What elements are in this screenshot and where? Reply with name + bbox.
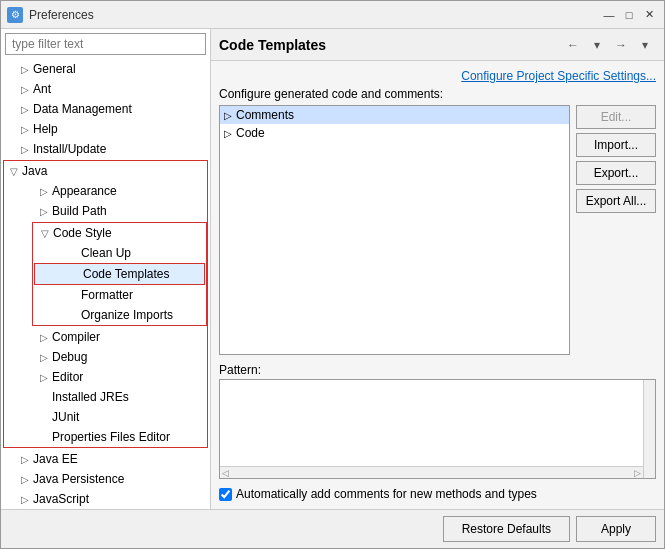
- panel-title: Code Templates: [219, 37, 326, 53]
- code-tree-section: ▷ Comments ▷ Code Edit... Import...: [219, 105, 656, 355]
- preferences-window: ⚙ Preferences — □ ✕ ▷ General ▷ Ant: [0, 0, 665, 549]
- sidebar-label-codestyle: Code Style: [53, 226, 112, 240]
- sidebar-item-general[interactable]: ▷ General: [1, 59, 210, 79]
- minimize-button[interactable]: —: [600, 6, 618, 24]
- restore-defaults-button[interactable]: Restore Defaults: [443, 516, 570, 542]
- sidebar-label-installupdate: Install/Update: [33, 142, 106, 156]
- right-content: Configure Project Specific Settings... C…: [211, 61, 664, 509]
- expand-arrow-javapersistence: ▷: [17, 471, 33, 487]
- expand-arrow-help: ▷: [17, 121, 33, 137]
- sidebar-item-compiler[interactable]: ▷ Compiler: [4, 327, 207, 347]
- pattern-label: Pattern:: [219, 363, 656, 377]
- sidebar-label-formatter: Formatter: [81, 288, 133, 302]
- sidebar-label-junit: JUnit: [52, 410, 79, 424]
- window-title: Preferences: [29, 8, 94, 22]
- sidebar-label-editor: Editor: [52, 370, 83, 384]
- sidebar-item-codetemplates[interactable]: Code Templates: [34, 263, 205, 285]
- sidebar-label-compiler: Compiler: [52, 330, 100, 344]
- expand-arrow-datamanagement: ▷: [17, 101, 33, 117]
- code-tree-item-comments[interactable]: ▷ Comments: [220, 106, 569, 124]
- apply-button[interactable]: Apply: [576, 516, 656, 542]
- configure-label: Configure generated code and comments:: [219, 87, 656, 101]
- sidebar-label-appearance: Appearance: [52, 184, 117, 198]
- code-tree-label-code: Code: [236, 126, 265, 140]
- sidebar-item-ant[interactable]: ▷ Ant: [1, 79, 210, 99]
- sidebar-label-buildpath: Build Path: [52, 204, 107, 218]
- sidebar-label-help: Help: [33, 122, 58, 136]
- sidebar-item-debug[interactable]: ▷ Debug: [4, 347, 207, 367]
- maximize-button[interactable]: □: [620, 6, 638, 24]
- expand-arrow-codestyle: ▽: [37, 225, 53, 241]
- sidebar-item-junit[interactable]: JUnit: [4, 407, 207, 427]
- sidebar-item-appearance[interactable]: ▷ Appearance: [4, 181, 207, 201]
- edit-button[interactable]: Edit...: [576, 105, 656, 129]
- action-buttons: Edit... Import... Export... Export All..…: [576, 105, 656, 355]
- auto-comment-row: Automatically add comments for new metho…: [219, 487, 656, 501]
- app-icon: ⚙: [7, 7, 23, 23]
- sidebar-label-ant: Ant: [33, 82, 51, 96]
- expand-arrow-javascript: ▷: [17, 491, 33, 507]
- sidebar-item-installedjres[interactable]: Installed JREs: [4, 387, 207, 407]
- sidebar-item-buildpath[interactable]: ▷ Build Path: [4, 201, 207, 221]
- expand-arrow-debug: ▷: [36, 349, 52, 365]
- window-controls: — □ ✕: [600, 6, 658, 24]
- export-button[interactable]: Export...: [576, 161, 656, 185]
- toolbar-icons: ← ▾ → ▾: [562, 34, 656, 56]
- configure-project-link[interactable]: Configure Project Specific Settings...: [219, 69, 656, 83]
- back-button[interactable]: ←: [562, 34, 584, 56]
- sidebar-label-javascript: JavaScript: [33, 492, 89, 506]
- import-button[interactable]: Import...: [576, 133, 656, 157]
- right-panel: Code Templates ← ▾ → ▾ Configure Project…: [211, 29, 664, 509]
- sidebar-item-help[interactable]: ▷ Help: [1, 119, 210, 139]
- pattern-textarea[interactable]: ◁ ▷: [219, 379, 656, 479]
- sidebar-item-cleanup[interactable]: Clean Up: [33, 243, 206, 263]
- expand-arrow-ant: ▷: [17, 81, 33, 97]
- export-all-button[interactable]: Export All...: [576, 189, 656, 213]
- sidebar-item-javaee[interactable]: ▷ Java EE: [1, 449, 210, 469]
- expand-arrow-editor: ▷: [36, 369, 52, 385]
- auto-comment-checkbox[interactable]: [219, 488, 232, 501]
- sidebar-item-java[interactable]: ▽ Java: [4, 161, 207, 181]
- title-bar-left: ⚙ Preferences: [7, 7, 94, 23]
- expand-arrow-code: ▷: [224, 128, 232, 139]
- close-button[interactable]: ✕: [640, 6, 658, 24]
- code-tree-label-comments: Comments: [236, 108, 294, 122]
- tree-container: ▷ General ▷ Ant ▷ Data Management ▷ Help: [1, 59, 210, 509]
- code-tree[interactable]: ▷ Comments ▷ Code: [219, 105, 570, 355]
- sidebar-label-javapersistence: Java Persistence: [33, 472, 124, 486]
- expand-arrow-appearance: ▷: [36, 183, 52, 199]
- pattern-scrollbar-vertical[interactable]: [643, 380, 655, 478]
- sidebar-label-debug: Debug: [52, 350, 87, 364]
- sidebar-label-general: General: [33, 62, 76, 76]
- sidebar-item-codestyle[interactable]: ▽ Code Style: [33, 223, 206, 243]
- sidebar-item-formatter[interactable]: Formatter: [33, 285, 206, 305]
- code-tree-item-code[interactable]: ▷ Code: [220, 124, 569, 142]
- nav-dropdown-button[interactable]: ▾: [634, 34, 656, 56]
- sidebar-item-datamanagement[interactable]: ▷ Data Management: [1, 99, 210, 119]
- sidebar-item-installupdate[interactable]: ▷ Install/Update: [1, 139, 210, 159]
- expand-arrow-installupdate: ▷: [17, 141, 33, 157]
- sidebar-item-javapersistence[interactable]: ▷ Java Persistence: [1, 469, 210, 489]
- right-header: Code Templates ← ▾ → ▾: [211, 29, 664, 61]
- expand-arrow-comments: ▷: [224, 110, 232, 121]
- title-bar: ⚙ Preferences — □ ✕: [1, 1, 664, 29]
- scroll-left-icon: ◁: [222, 468, 229, 478]
- sidebar-label-datamanagement: Data Management: [33, 102, 132, 116]
- auto-comment-label: Automatically add comments for new metho…: [236, 487, 537, 501]
- dropdown-button[interactable]: ▾: [586, 34, 608, 56]
- main-content: ▷ General ▷ Ant ▷ Data Management ▷ Help: [1, 29, 664, 509]
- filter-input[interactable]: [5, 33, 206, 55]
- pattern-scrollbar-horizontal[interactable]: ◁ ▷: [220, 466, 643, 478]
- sidebar-item-propertiesfiles[interactable]: Properties Files Editor: [4, 427, 207, 447]
- sidebar-item-javascript[interactable]: ▷ JavaScript: [1, 489, 210, 509]
- sidebar-label-java: Java: [22, 164, 47, 178]
- expand-arrow-javaee: ▷: [17, 451, 33, 467]
- expand-arrow-general: ▷: [17, 61, 33, 77]
- left-panel: ▷ General ▷ Ant ▷ Data Management ▷ Help: [1, 29, 211, 509]
- sidebar-label-codetemplates: Code Templates: [83, 267, 170, 281]
- sidebar-item-editor[interactable]: ▷ Editor: [4, 367, 207, 387]
- pattern-section: Pattern: ◁ ▷: [219, 363, 656, 479]
- sidebar-item-organizeimports[interactable]: Organize Imports: [33, 305, 206, 325]
- forward-button[interactable]: →: [610, 34, 632, 56]
- expand-arrow-java: ▽: [6, 163, 22, 179]
